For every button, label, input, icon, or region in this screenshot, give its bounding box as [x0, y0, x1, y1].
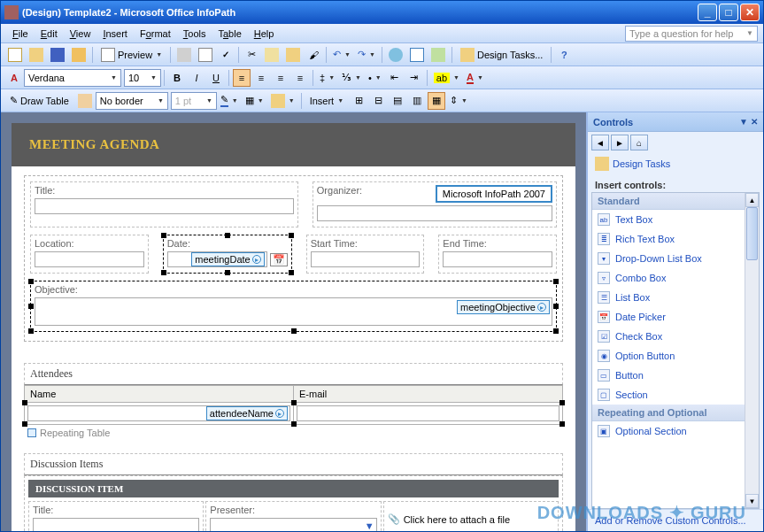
highlight-button[interactable]: ab▼ [431, 69, 462, 87]
font-color-aa[interactable]: A [5, 69, 23, 87]
menu-help[interactable]: Help [248, 27, 281, 41]
control-text-box[interactable]: abText Box [592, 210, 759, 229]
numbering-button[interactable]: ⅓▼ [339, 69, 364, 87]
chevron-down-icon[interactable]: ▼ [746, 29, 753, 37]
menu-view[interactable]: View [64, 27, 97, 41]
new-button[interactable] [5, 46, 25, 64]
copy-button[interactable] [262, 46, 282, 64]
picture-button[interactable] [428, 46, 448, 64]
paste-button[interactable] [283, 46, 303, 64]
draw-table-button[interactable]: ✎Draw Table [5, 92, 73, 110]
border-color-button[interactable]: ✎▼ [218, 92, 241, 110]
border-style-select[interactable]: No border▼ [96, 92, 168, 110]
font-size-select[interactable]: 10▼ [124, 69, 161, 87]
close-button[interactable]: ✕ [740, 4, 760, 21]
italic-button[interactable]: I [188, 69, 205, 87]
menu-file[interactable]: File [6, 27, 35, 41]
design-canvas[interactable]: MEETING AGENDA Title: Organizer: [1, 112, 586, 531]
table-button[interactable] [407, 46, 427, 64]
help-search[interactable]: Type a question for help ▼ [625, 26, 758, 42]
align-right-button[interactable]: ≡ [272, 69, 289, 87]
taskpane-dropdown[interactable]: ▼ [739, 117, 748, 127]
minimize-button[interactable]: _ [698, 4, 717, 21]
layout3-button[interactable]: ▦ [428, 92, 445, 110]
maximize-button[interactable]: □ [719, 4, 738, 21]
scroll-down-button[interactable]: ▼ [745, 494, 759, 508]
taskpane-close[interactable]: ✕ [751, 117, 758, 127]
control-list-box[interactable]: ☰List Box [592, 288, 759, 307]
menu-insert[interactable]: Insert [96, 27, 134, 41]
eraser-button[interactable] [75, 92, 95, 110]
title-field[interactable]: Title: [30, 181, 298, 227]
bullets-button[interactable]: •▼ [366, 69, 384, 87]
split-cells-button[interactable]: ⊟ [369, 92, 387, 110]
location-field[interactable]: Location: [30, 235, 149, 274]
repeating-table-hint[interactable]: Repeating Table [24, 425, 563, 441]
preview-button[interactable]: Preview▼ [96, 46, 166, 64]
control-section[interactable]: ▢Section [592, 385, 759, 405]
di-attach-field[interactable]: 📎 Click here to attach a file [383, 501, 559, 531]
design-tasks-button[interactable]: Design Tasks... [456, 46, 547, 64]
attendee-name-tag[interactable]: attendeeName▸ [206, 406, 288, 420]
menu-table[interactable]: Table [212, 27, 247, 41]
nav-fwd-button[interactable]: ► [611, 135, 629, 150]
help-button[interactable]: ? [555, 46, 573, 64]
objective-field[interactable]: Objective: meetingObjective▸ [30, 281, 557, 332]
font-color-button[interactable]: A▼ [464, 69, 486, 87]
decrease-indent-button[interactable]: ⇤ [386, 69, 404, 87]
layout2-button[interactable]: ▥ [408, 92, 426, 110]
control-dropdown[interactable]: ▾Drop-Down List Box [592, 249, 759, 268]
nav-back-button[interactable]: ◄ [591, 135, 609, 150]
border-weight-select[interactable]: 1 pt▼ [171, 92, 217, 110]
line-spacing-button[interactable]: ‡▼ [317, 69, 337, 87]
control-date-picker[interactable]: 📅Date Picker [592, 307, 759, 327]
merge-cells-button[interactable]: ⊞ [350, 92, 367, 110]
end-time-field[interactable]: End Time: [438, 235, 557, 274]
control-option[interactable]: ◉Option Button [592, 346, 759, 366]
taskpane-footer-link[interactable]: Add or Remove Custom Controls... [588, 509, 763, 531]
print-preview-button[interactable] [196, 46, 215, 64]
layout1-button[interactable]: ▤ [389, 92, 406, 110]
taskpane-title-bar[interactable]: Controls ▼ ✕ [588, 112, 763, 132]
shading-button[interactable]: ▼ [268, 92, 297, 110]
cut-button[interactable]: ✂ [243, 46, 260, 64]
start-time-field[interactable]: Start Time: [306, 235, 425, 274]
format-painter-button[interactable]: 🖌 [305, 46, 322, 64]
design-tasks-link[interactable]: Design Tasks [588, 153, 763, 174]
increase-indent-button[interactable]: ⇥ [405, 69, 423, 87]
publish-button[interactable] [69, 46, 89, 64]
spellcheck-button[interactable]: ✓ [217, 46, 235, 64]
control-combo[interactable]: ▿Combo Box [592, 268, 759, 288]
date-tag[interactable]: meetingDate▸ [191, 252, 264, 266]
undo-button[interactable]: ↶▼ [330, 46, 353, 64]
nav-home-button[interactable]: ⌂ [630, 135, 648, 150]
di-title-field[interactable]: Title: [28, 501, 204, 531]
menu-format[interactable]: Format [134, 27, 177, 41]
hyperlink-button[interactable] [386, 46, 405, 64]
controls-scrollbar[interactable]: ▲ ▼ [745, 193, 759, 508]
di-presenter-field[interactable]: Presenter: ▼ [205, 501, 381, 531]
objective-tag[interactable]: meetingObjective▸ [457, 300, 550, 314]
menu-tools[interactable]: Tools [177, 27, 212, 41]
control-check-box[interactable]: ☑Check Box [592, 327, 759, 346]
title-bar[interactable]: (Design) Template2 - Microsoft Office In… [1, 1, 763, 24]
calendar-icon[interactable]: 📅 [270, 253, 288, 266]
open-button[interactable] [27, 46, 46, 64]
align-center-button[interactable]: ≡ [252, 69, 270, 87]
insert-menu-button[interactable]: Insert▼ [305, 92, 348, 110]
align-left-button[interactable]: ≡ [233, 69, 251, 87]
bold-button[interactable]: B [168, 69, 186, 87]
borders-button[interactable]: ▦▼ [243, 92, 266, 110]
scroll-thumb[interactable] [746, 207, 758, 260]
redo-button[interactable]: ↷▼ [355, 46, 378, 64]
underline-button[interactable]: U [207, 69, 225, 87]
control-button[interactable]: ▭Button [592, 366, 759, 385]
save-button[interactable] [48, 46, 67, 64]
control-rich-text[interactable]: ≣Rich Text Box [592, 229, 759, 249]
organizer-field[interactable]: Organizer: Microsoft InfoPath 2007 [313, 181, 557, 227]
control-optional-section[interactable]: ▣Optional Section [592, 421, 759, 441]
align-justify-button[interactable]: ≡ [291, 69, 309, 87]
font-select[interactable]: Verdana▼ [24, 69, 121, 87]
scroll-up-button[interactable]: ▲ [745, 193, 759, 207]
menu-edit[interactable]: Edit [35, 27, 64, 41]
